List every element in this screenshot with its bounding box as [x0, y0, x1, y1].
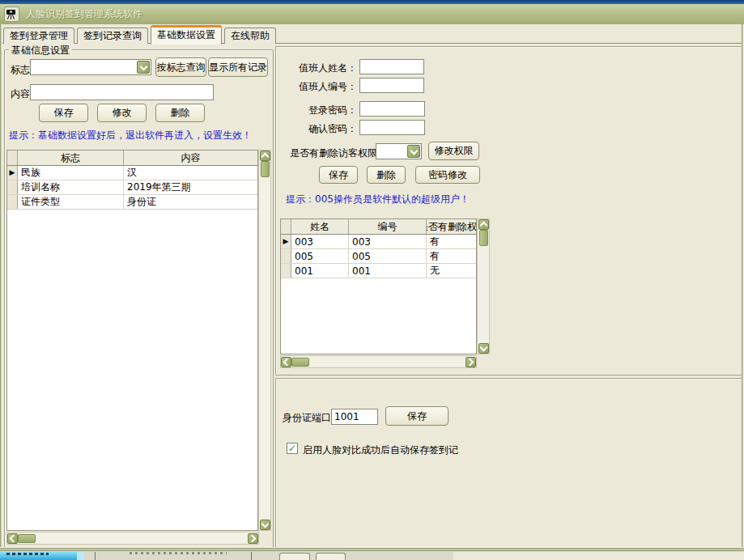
chevron-down-icon[interactable]	[137, 61, 150, 74]
table-row[interactable]: 005 005 有	[281, 249, 476, 264]
flag-content-table: 标志 内容 ▶ 民族 汉 培训名称 2019年第三期 证件类型 身份证	[6, 150, 258, 531]
start-button-edge	[77, 552, 84, 560]
left-table-horizontal-scrollbar[interactable]	[6, 532, 259, 545]
row-marker-header	[281, 219, 291, 234]
content-column-header: 内容	[124, 151, 257, 165]
save-button[interactable]: 保存	[39, 104, 88, 122]
table-row[interactable]: ▶ 民族 汉	[7, 166, 257, 180]
name-cell: 005	[291, 249, 349, 263]
flag-label: 标志	[11, 63, 30, 77]
start-button-fragment[interactable]	[0, 552, 77, 560]
id-port-label: 身份证端口	[283, 411, 331, 425]
password-modify-button[interactable]: 密码修改	[415, 166, 480, 184]
table-row[interactable]: ▶ 003 003 有	[281, 235, 476, 249]
taskbar-button-text-fragment	[130, 552, 227, 554]
content-cell: 2019年第三期	[124, 180, 257, 194]
taskbar-separator	[95, 552, 96, 560]
table-row[interactable]: 001 001 无	[281, 264, 476, 278]
groupbox-title: 基础信息设置	[9, 44, 72, 57]
operator-delete-button[interactable]: 删除	[367, 166, 406, 184]
number-cell: 001	[349, 264, 427, 278]
query-by-flag-button[interactable]: 按标志查询	[155, 57, 206, 77]
scrollbar-thumb[interactable]	[479, 230, 488, 246]
tab-signin-records[interactable]: 签到记录查询	[77, 28, 148, 44]
scroll-down-icon[interactable]	[478, 343, 489, 354]
scroll-right-icon[interactable]	[466, 357, 476, 367]
modify-button[interactable]: 修改	[97, 104, 147, 122]
confirm-password-label: 确认密码：	[276, 122, 357, 136]
operator-table-horizontal-scrollbar[interactable]	[280, 355, 477, 368]
window-left-border	[0, 24, 2, 547]
flag-cell: 培训名称	[18, 180, 124, 194]
flag-cell: 民族	[18, 166, 124, 180]
scrollbar-thumb[interactable]	[18, 534, 36, 543]
operator-table: 姓名 编号 是否有删除权限 ▶ 003 003 有 005 005 有 001 …	[280, 218, 477, 354]
settings-hint: 提示：基础数据设置好后，退出软件再进入，设置生效！	[9, 129, 252, 142]
row-marker-icon: ▶	[10, 169, 15, 176]
duty-name-label: 值班人姓名：	[276, 62, 357, 75]
row-marker-header	[7, 151, 18, 165]
content-cell: 身份证	[124, 195, 257, 209]
name-cell: 001	[291, 264, 349, 278]
taskbar-separator	[251, 552, 252, 560]
show-all-records-button[interactable]: 显示所有记录	[208, 57, 268, 77]
name-cell: 003	[291, 235, 349, 248]
content-input[interactable]	[30, 84, 214, 100]
flag-cell: 证件类型	[18, 195, 124, 209]
table-row[interactable]: 培训名称 2019年第三期	[7, 180, 257, 195]
window-title: 人脸识别签到管理系统软件	[26, 7, 142, 21]
chevron-down-icon[interactable]	[407, 145, 420, 158]
titlebar: 人脸识别签到管理系统软件	[0, 4, 744, 24]
scrollbar-thumb[interactable]	[261, 161, 270, 177]
duty-number-input[interactable]	[359, 78, 424, 93]
id-port-input[interactable]	[331, 409, 378, 425]
auto-save-checkbox-label: 启用人脸对比成功后自动保存签到记	[303, 443, 458, 457]
tab-signin-login[interactable]: 签到登录管理	[3, 28, 74, 44]
number-cell: 003	[349, 235, 427, 248]
current-row-marker: ▶	[281, 235, 291, 248]
taskbar-sliver	[0, 552, 744, 560]
left-table-vertical-scrollbar[interactable]	[258, 150, 271, 531]
flag-combobox[interactable]	[30, 59, 151, 75]
confirm-password-input[interactable]	[359, 120, 425, 135]
delete-permission-combobox[interactable]	[376, 143, 422, 159]
taskbar-window-button[interactable]	[279, 553, 310, 560]
scroll-right-icon[interactable]	[248, 533, 258, 544]
basic-info-groupbox: 基础信息设置 标志 按标志查询 显示所有记录 内容 保存 修改 删除 提示：基础…	[4, 49, 274, 548]
tab-bar: 签到登录管理 签到记录查询 基础数据设置 在线帮助	[3, 25, 278, 44]
delete-button[interactable]: 删除	[155, 104, 205, 122]
duty-number-label: 值班人编号：	[276, 80, 357, 94]
scroll-left-icon[interactable]	[7, 533, 18, 544]
operator-hint: 提示：005操作员是软件默认的超级用户！	[286, 193, 470, 206]
scrollbar-thumb[interactable]	[291, 358, 309, 367]
delete-permission-label: 是否有删除访客权限	[290, 146, 377, 160]
scroll-up-icon[interactable]	[478, 219, 489, 230]
flag-column-header: 标志	[18, 151, 124, 165]
current-row-marker: ▶	[7, 166, 18, 180]
operator-settings-panel: 值班人姓名： 值班人编号： 登录密码： 确认密码： 是否有删除访客权限 修改权限…	[275, 46, 742, 375]
row-marker-icon: ▶	[283, 238, 289, 245]
permission-column-header: 是否有删除权限	[427, 219, 476, 234]
duty-name-input[interactable]	[359, 59, 424, 74]
scroll-down-icon[interactable]	[260, 520, 270, 530]
permission-cell: 有	[427, 235, 476, 248]
login-password-label: 登录密码：	[276, 104, 357, 117]
scroll-up-icon[interactable]	[260, 151, 270, 161]
login-password-input[interactable]	[359, 101, 425, 117]
name-column-header: 姓名	[291, 219, 349, 234]
port-save-button[interactable]: 保存	[385, 406, 449, 426]
modify-permission-button[interactable]: 修改权限	[428, 142, 479, 160]
app-window: 人脸识别签到管理系统软件 签到登录管理 签到记录查询 基础数据设置 在线帮助 基…	[0, 0, 744, 560]
scroll-left-icon[interactable]	[281, 357, 291, 367]
taskbar-window-button[interactable]	[316, 553, 346, 560]
auto-save-checkbox[interactable]: ✓	[287, 443, 298, 454]
camera-icon	[4, 6, 19, 22]
id-port-panel: 身份证端口 保存 ✓ 启用人脸对比成功后自动保存签到记	[275, 378, 742, 549]
table-row[interactable]: 证件类型 身份证	[7, 195, 257, 210]
operator-table-vertical-scrollbar[interactable]	[477, 218, 490, 354]
content-cell: 汉	[124, 166, 257, 180]
tab-online-help[interactable]: 在线帮助	[224, 28, 276, 44]
permission-cell: 有	[427, 249, 476, 263]
tab-basic-data-settings[interactable]: 基础数据设置	[151, 25, 222, 45]
operator-save-button[interactable]: 保存	[319, 166, 358, 184]
